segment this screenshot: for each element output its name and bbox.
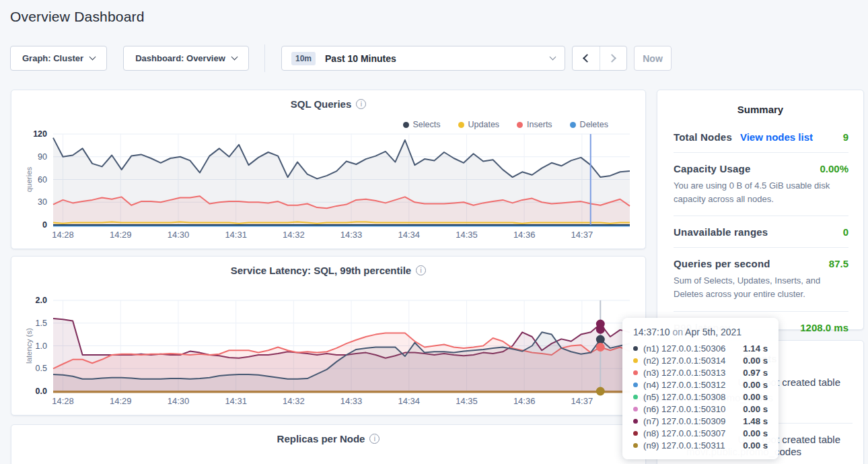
svg-text:14:28: 14:28 xyxy=(52,230,74,240)
tooltip-node-label: (n5) 127.0.0.1:50308 xyxy=(643,392,725,402)
sql-queries-chart[interactable]: 030609012014:2814:2914:3014:3114:3214:33… xyxy=(11,90,647,250)
service-latency-chart[interactable]: 0.00.51.01.52.014:2814:2914:3014:3114:32… xyxy=(11,257,647,416)
graph-dropdown-label: Graph: Cluster xyxy=(22,53,83,63)
tooltip-node-value: 0.00 s xyxy=(743,440,768,451)
prev-time-button[interactable] xyxy=(573,46,600,70)
summary-value: 9 xyxy=(843,131,848,143)
svg-text:60: 60 xyxy=(38,175,47,185)
svg-text:queries: queries xyxy=(25,166,33,192)
svg-text:14:29: 14:29 xyxy=(110,230,132,240)
svg-text:14:30: 14:30 xyxy=(168,396,190,406)
summary-label: Queries per second xyxy=(674,258,770,269)
tooltip-node-value: 0.00 s xyxy=(743,428,768,438)
svg-text:1.5: 1.5 xyxy=(36,319,47,328)
chevron-right-icon xyxy=(608,54,616,63)
tooltip-node-value: 1.14 s xyxy=(743,343,768,354)
summary-row-capacity-usage: Capacity Usage 0.00% You are using 0 B o… xyxy=(674,153,848,216)
tooltip-node-label: (n2) 127.0.0.1:50314 xyxy=(643,356,725,366)
tooltip-node-label: (n1) 127.0.0.1:50306 xyxy=(643,343,725,354)
svg-text:14:37: 14:37 xyxy=(571,230,593,240)
summary-panel: Summary Total Nodes View nodes list 9 Ca… xyxy=(657,90,864,330)
chevron-down-icon xyxy=(231,54,238,61)
tooltip-row: (n8) 127.0.0.1:503070.00 s xyxy=(633,427,768,439)
next-time-button[interactable] xyxy=(600,46,627,70)
tooltip-row: (n4) 127.0.0.1:503120.00 s xyxy=(633,378,768,391)
svg-text:120: 120 xyxy=(33,129,47,139)
summary-title: Summary xyxy=(657,104,863,115)
tooltip-node-value: 0.00 s xyxy=(743,404,768,414)
tooltip-node-label: (n4) 127.0.0.1:50312 xyxy=(643,380,725,390)
tooltip-node-label: (n9) 127.0.0.1:50311 xyxy=(643,440,725,451)
svg-text:14:31: 14:31 xyxy=(225,396,247,406)
svg-text:14:33: 14:33 xyxy=(340,230,363,240)
tooltip-node-value: 0.00 s xyxy=(743,380,768,390)
time-range-badge: 10m xyxy=(291,52,316,65)
svg-text:14:34: 14:34 xyxy=(398,396,420,406)
dashboard-dropdown[interactable]: Dashboard: Overview xyxy=(123,46,249,71)
svg-text:1.0: 1.0 xyxy=(36,341,47,351)
svg-text:2.0: 2.0 xyxy=(36,296,47,305)
tooltip-row: (n1) 127.0.0.1:503061.14 s xyxy=(633,342,768,354)
sql-queries-card: SQL Queries i SelectsUpdatesInsertsDelet… xyxy=(11,90,646,249)
summary-value: 0 xyxy=(843,226,848,238)
summary-row-queries-per-second: Queries per second 87.5 Sum of Selects, … xyxy=(674,248,848,311)
tooltip-node-label: (n8) 127.0.0.1:50307 xyxy=(643,428,725,438)
svg-text:14:31: 14:31 xyxy=(225,230,247,240)
tooltip-row: (n2) 127.0.0.1:503140.00 s xyxy=(633,354,768,366)
node-color-dot xyxy=(633,383,638,387)
svg-text:14:33: 14:33 xyxy=(340,396,363,406)
summary-value: 1208.0 ms xyxy=(800,322,848,333)
tooltip-row: (n7) 127.0.0.1:503091.48 s xyxy=(633,415,768,427)
time-nav-group xyxy=(572,46,627,71)
svg-text:0: 0 xyxy=(42,220,47,230)
node-color-dot xyxy=(633,346,638,351)
tooltip-node-value: 0.00 s xyxy=(743,392,768,402)
svg-text:14:28: 14:28 xyxy=(52,396,74,406)
tooltip-timestamp: 14:37:10 on Apr 5th, 2021 xyxy=(633,327,768,337)
service-latency-card: Service Latency: SQL, 99th percentile i … xyxy=(11,256,646,416)
node-color-dot xyxy=(633,431,638,436)
view-nodes-list-link[interactable]: View nodes list xyxy=(740,131,813,143)
toolbar-divider xyxy=(264,44,265,72)
info-icon[interactable]: i xyxy=(369,434,379,444)
node-color-dot xyxy=(633,419,638,424)
node-color-dot xyxy=(633,443,638,448)
summary-label: Unavailable ranges xyxy=(674,226,768,238)
tooltip-node-value: 0.00 s xyxy=(743,356,768,366)
tooltip-node-label: (n7) 127.0.0.1:50309 xyxy=(643,416,725,426)
tooltip-row: (n9) 127.0.0.1:503110.00 s xyxy=(633,439,768,451)
svg-text:14:30: 14:30 xyxy=(168,230,190,240)
tooltip-node-value: 0.97 s xyxy=(743,368,768,378)
svg-text:30: 30 xyxy=(38,197,47,207)
svg-text:14:29: 14:29 xyxy=(110,396,132,406)
svg-text:14:34: 14:34 xyxy=(398,230,420,240)
node-color-dot xyxy=(633,407,638,411)
svg-text:14:35: 14:35 xyxy=(456,396,478,406)
now-button[interactable]: Now xyxy=(634,46,672,71)
tooltip-node-value: 1.48 s xyxy=(743,416,768,426)
svg-text:14:35: 14:35 xyxy=(456,230,478,240)
svg-text:14:36: 14:36 xyxy=(513,396,536,406)
svg-text:14:32: 14:32 xyxy=(283,230,305,240)
page-title: Overview Dashboard xyxy=(10,9,145,25)
chevron-down-icon xyxy=(89,54,96,61)
svg-text:14:36: 14:36 xyxy=(513,230,536,240)
svg-text:0.5: 0.5 xyxy=(36,364,47,373)
chevron-down-icon xyxy=(550,54,556,61)
graph-dropdown[interactable]: Graph: Cluster xyxy=(10,46,107,71)
node-color-dot xyxy=(633,358,638,363)
summary-description: Sum of Selects, Updates, Inserts, and De… xyxy=(674,274,848,301)
summary-value: 0.00% xyxy=(820,163,848,174)
tooltip-node-label: (n6) 127.0.0.1:50310 xyxy=(643,404,725,414)
summary-row-total-nodes: Total Nodes View nodes list 9 xyxy=(674,121,848,153)
summary-value: 87.5 xyxy=(829,258,848,269)
replicas-per-node-card: Replicas per Node i xyxy=(11,424,646,464)
node-color-dot xyxy=(633,395,638,399)
time-range-dropdown[interactable]: 10m Past 10 Minutes xyxy=(281,46,565,71)
node-color-dot xyxy=(633,370,638,375)
tooltip-node-label: (n3) 127.0.0.1:50313 xyxy=(643,368,725,378)
chart-hover-tooltip: 14:37:10 on Apr 5th, 2021 (n1) 127.0.0.1… xyxy=(622,318,779,459)
dashboard-dropdown-label: Dashboard: Overview xyxy=(135,53,225,63)
tooltip-row: (n5) 127.0.0.1:503080.00 s xyxy=(633,391,768,403)
svg-text:14:37: 14:37 xyxy=(571,396,593,406)
